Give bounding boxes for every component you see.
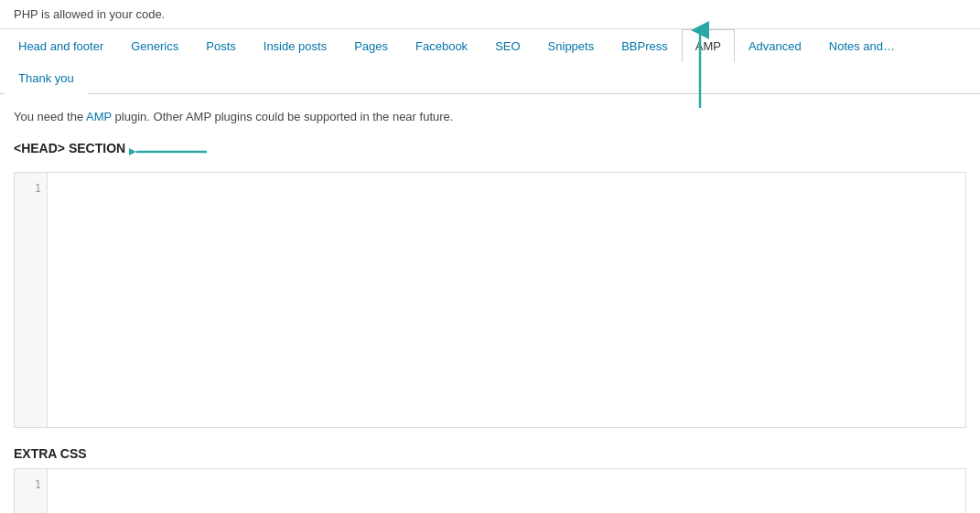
tabs-bar: Head and footer Generics Posts Inside po…	[0, 29, 980, 94]
tab-bbpress[interactable]: BBPress	[608, 29, 682, 62]
tab-snippets[interactable]: Snippets	[534, 29, 608, 62]
tab-notes-and[interactable]: Notes and…	[815, 29, 909, 62]
tab-head-footer[interactable]: Head and footer	[5, 29, 117, 62]
extra-css-textarea[interactable]	[48, 469, 965, 513]
head-section-title-row: <HEAD> SECTION	[14, 141, 966, 163]
tab-pages[interactable]: Pages	[340, 29, 402, 62]
amp-link[interactable]: AMP	[86, 110, 112, 123]
tab-advanced[interactable]: Advanced	[735, 29, 815, 62]
tab-facebook[interactable]: Facebook	[402, 29, 481, 62]
top-notice: PHP is allowed in your code.	[0, 0, 980, 29]
tab-generics[interactable]: Generics	[117, 29, 192, 62]
head-section-arrow	[129, 141, 211, 163]
tab-amp[interactable]: AMP	[682, 29, 735, 62]
extra-css-line-numbers: 1	[15, 469, 48, 513]
head-section-editor: 1	[14, 172, 966, 428]
amp-notice: You need the AMP plugin. Other AMP plugi…	[14, 108, 966, 127]
tab-inside-posts[interactable]: Inside posts	[250, 29, 340, 62]
tab-posts[interactable]: Posts	[192, 29, 250, 62]
head-section-title: <HEAD> SECTION	[14, 141, 125, 155]
extra-css-section: EXTRA CSS 1	[14, 446, 966, 513]
extra-css-title: EXTRA CSS	[14, 446, 966, 461]
extra-css-editor: 1	[14, 468, 966, 513]
tab-thank-you[interactable]: Thank you	[5, 61, 88, 94]
tab-seo[interactable]: SEO	[481, 29, 533, 62]
head-section-textarea[interactable]	[48, 173, 965, 427]
main-content: You need the AMP plugin. Other AMP plugi…	[0, 94, 980, 513]
head-section-line-numbers: 1	[15, 173, 48, 427]
